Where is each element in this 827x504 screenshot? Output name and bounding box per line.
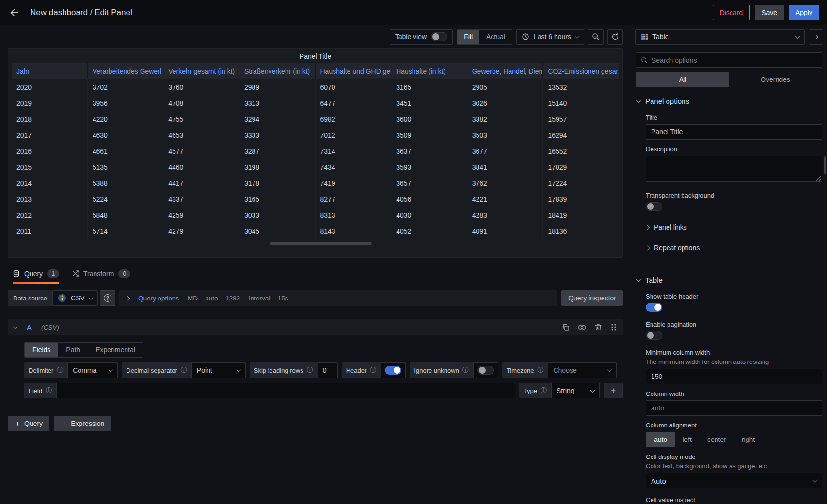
info-icon: [541, 386, 547, 395]
panel-title-input[interactable]: [646, 124, 822, 140]
delimiter-select[interactable]: Comma: [67, 362, 118, 378]
collapse-chevron-icon[interactable]: [13, 324, 18, 329]
table-panel: Panel Title JahrVerarbeitendes GewerlVer…: [8, 48, 623, 258]
table-cell: 3198: [239, 159, 316, 175]
options-search-input[interactable]: [652, 56, 817, 64]
tab-transform[interactable]: Transform 0: [72, 264, 130, 284]
header-switch[interactable]: [385, 366, 401, 375]
section-panel-options[interactable]: Panel options: [636, 87, 822, 108]
tab-fields[interactable]: Fields: [25, 343, 58, 357]
back-arrow-icon[interactable]: [8, 6, 21, 19]
delimiter-label: Delimiter: [24, 362, 67, 378]
actual-option[interactable]: Actual: [479, 30, 512, 44]
datasource-picker[interactable]: CSV: [52, 290, 98, 306]
filter-all[interactable]: All: [636, 72, 729, 87]
datasource-label: Data source: [8, 290, 52, 306]
ignore-unknown-switch[interactable]: [477, 366, 494, 375]
table-cell: 4417: [163, 175, 239, 191]
align-right-option[interactable]: right: [734, 432, 763, 447]
filter-overrides[interactable]: Overrides: [729, 72, 822, 87]
csv-editor-tabs: Fields Path Experimental: [24, 342, 143, 358]
enable-pagination-switch[interactable]: [646, 331, 662, 340]
tab-experimental[interactable]: Experimental: [88, 343, 143, 357]
column-header[interactable]: Jahr: [12, 63, 88, 79]
fill-option[interactable]: Fill: [457, 30, 479, 44]
align-center-option[interactable]: center: [700, 432, 734, 447]
column-header[interactable]: Haushalte und GHD ge: [316, 63, 392, 79]
discard-button[interactable]: Discard: [713, 5, 750, 20]
panel-title[interactable]: Panel Title: [8, 49, 622, 63]
column-header[interactable]: Verarbeitendes Gewerl: [88, 63, 164, 79]
panel-links-collapse[interactable]: Panel links: [646, 217, 822, 237]
column-width-input[interactable]: [646, 400, 822, 416]
table-row: 201157144279304581434052409118136: [12, 223, 619, 239]
chevron-down-icon: [575, 34, 580, 39]
query-inspector-button[interactable]: Query inspector: [561, 290, 623, 306]
time-range-picker[interactable]: Last 6 hours: [516, 29, 584, 45]
table-cell: 3294: [239, 111, 316, 127]
align-left-option[interactable]: left: [675, 432, 700, 447]
table-cell: 3637: [391, 143, 467, 159]
add-expression-button[interactable]: Expression: [54, 416, 111, 431]
apply-button[interactable]: Apply: [789, 5, 819, 20]
datasource-help-button[interactable]: ?: [100, 290, 115, 306]
table-cell: 7434: [316, 159, 392, 175]
refresh-button[interactable]: [607, 29, 623, 45]
field-input[interactable]: [62, 387, 510, 394]
collapse-options-pane-button[interactable]: [809, 29, 823, 45]
options-pane-scrollbar[interactable]: [824, 156, 826, 174]
align-auto-option[interactable]: auto: [646, 432, 675, 447]
column-header[interactable]: Straßenverkehr (in kt): [239, 63, 316, 79]
hide-response-eye-icon[interactable]: [578, 323, 586, 331]
chevron-right-icon[interactable]: [125, 296, 130, 300]
table-cell: 8313: [316, 207, 392, 223]
table-cell: 3033: [239, 207, 316, 223]
table-cell: 5388: [88, 175, 164, 191]
repeat-options-collapse[interactable]: Repeat options: [646, 237, 822, 258]
section-table[interactable]: Table: [636, 266, 822, 287]
tab-query[interactable]: Query 1: [13, 264, 59, 284]
cell-display-mode-description: Color text, background, show as gauge, e…: [646, 462, 822, 470]
info-icon: [46, 386, 52, 395]
drag-handle-icon[interactable]: [610, 323, 617, 331]
min-column-width-input[interactable]: [646, 369, 822, 384]
zoom-out-button[interactable]: [588, 29, 604, 45]
table-cell: 3503: [467, 127, 543, 143]
timezone-select[interactable]: Choose: [548, 362, 617, 378]
table-options-body: Show table header Enable pagination Mini…: [636, 293, 822, 504]
horizontal-scrollbar[interactable]: [270, 242, 372, 245]
table-cell: 17224: [543, 175, 619, 191]
table-view-switch[interactable]: [431, 32, 447, 41]
visualization-picker[interactable]: Table: [635, 29, 805, 45]
type-select[interactable]: String: [551, 383, 600, 398]
query-row-header[interactable]: A (CSV): [8, 319, 623, 335]
save-button[interactable]: Save: [755, 5, 784, 20]
table-row: 201746304653333370123509350316294: [12, 127, 619, 143]
table-cell: 3762: [467, 175, 543, 191]
column-header[interactable]: CO2-Emissionen gesar: [543, 63, 619, 79]
database-icon: [13, 270, 20, 277]
show-table-header-switch[interactable]: [646, 303, 662, 312]
column-header[interactable]: Haushalte (in kt): [391, 63, 467, 79]
add-field-button[interactable]: [604, 383, 623, 398]
decimal-separator-select[interactable]: Point: [191, 362, 246, 378]
transparent-background-switch[interactable]: [646, 202, 662, 211]
query-options-link[interactable]: Query options: [138, 295, 179, 302]
datasource-row: Data source CSV ? Query options MD = aut…: [8, 290, 623, 306]
table-cell: 3600: [391, 111, 467, 127]
column-header[interactable]: Gewerbe, Handel, Dien: [467, 63, 543, 79]
add-query-button[interactable]: Query: [8, 416, 49, 431]
table-cell: 2016: [12, 143, 88, 159]
cell-display-mode-select[interactable]: Auto: [646, 473, 822, 488]
tab-path[interactable]: Path: [58, 343, 88, 357]
field-input-box: [56, 383, 515, 398]
column-header[interactable]: Verkehr gesamt (in kt): [163, 63, 239, 79]
description-textarea[interactable]: [646, 156, 822, 182]
query-count-badge: 1: [47, 269, 59, 278]
chevron-down-icon: [607, 367, 612, 372]
table-view-toggle-box[interactable]: Table view: [390, 29, 453, 45]
chevron-right-icon: [645, 225, 650, 230]
duplicate-query-icon[interactable]: [562, 323, 570, 331]
remove-query-trash-icon[interactable]: [594, 323, 602, 331]
skip-leading-rows-input[interactable]: [323, 366, 333, 374]
